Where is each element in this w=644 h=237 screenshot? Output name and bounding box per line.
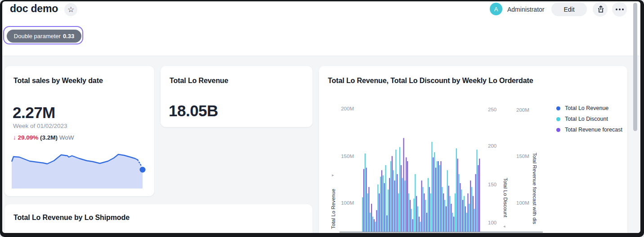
page-title: doc demo bbox=[10, 3, 58, 15]
y3-tick: 150M bbox=[516, 154, 529, 159]
y2-tick: 100 bbox=[488, 220, 496, 225]
sales-sparkline-chart[interactable] bbox=[12, 153, 145, 189]
x-axis-line bbox=[340, 232, 543, 233]
card-total-sales: Total sales by Weekly date 2.27M Week of… bbox=[4, 66, 154, 196]
y1-tick: 100M bbox=[340, 200, 354, 206]
legend-dot-cyan bbox=[556, 117, 560, 121]
legend-dot-purple bbox=[556, 128, 560, 132]
kpi-change: ↓ 29.09% (3.2M) WoW bbox=[13, 134, 74, 141]
change-period: WoW bbox=[59, 134, 74, 141]
card-total-lo-revenue: Total Lo Revenue 18.05B bbox=[161, 66, 313, 127]
y1-tick: 200M bbox=[340, 106, 354, 111]
legend-item[interactable]: Total Lo Revenue bbox=[556, 103, 622, 114]
card-combo-chart: Total Lo Revenue, Total Lo Discount by W… bbox=[319, 66, 627, 233]
kpi-subtitle: Week of 01/02/2023 bbox=[13, 123, 67, 129]
y1-axis-label: Total Lo Revenue bbox=[331, 180, 336, 229]
y1-tick: 150M bbox=[340, 154, 354, 159]
legend-item[interactable]: Total Revenue forecast bbox=[556, 124, 622, 135]
axis-expand-right-icon[interactable]: ▸ bbox=[332, 173, 334, 177]
card-title: Total Lo Revenue bbox=[170, 77, 228, 85]
change-absolute: (3.2M) bbox=[40, 134, 58, 141]
card-title: Total Lo Revenue by Lo Shipmode bbox=[13, 214, 130, 222]
card-shipmode: Total Lo Revenue by Lo Shipmode bbox=[4, 204, 313, 233]
share-button[interactable] bbox=[593, 2, 608, 17]
vertical-scrollbar[interactable] bbox=[633, 3, 637, 131]
y3-tick: 100M bbox=[516, 200, 529, 206]
star-icon: ☆ bbox=[67, 5, 74, 14]
ellipsis-icon bbox=[616, 9, 617, 10]
combo-bar-chart[interactable] bbox=[362, 103, 480, 232]
y2-tick: 150 bbox=[488, 182, 496, 187]
kpi-value: 2.27M bbox=[13, 104, 55, 122]
kpi-value: 18.05B bbox=[169, 102, 218, 120]
parameter-value: 0.33 bbox=[63, 33, 74, 40]
y2-tick: 250 bbox=[488, 107, 496, 112]
app-window: doc demo ☆ A Administrator Edit Double p… bbox=[0, 0, 644, 237]
double-parameter-chip[interactable]: Double parameter 0.33 bbox=[3, 26, 83, 44]
more-menu-button[interactable] bbox=[612, 2, 627, 17]
change-percent: 29.09% bbox=[18, 134, 39, 141]
parameter-label: Double parameter bbox=[14, 33, 61, 40]
favorite-button[interactable]: ☆ bbox=[64, 3, 77, 16]
y3-axis-label: Total Revenue forecast with dis bbox=[532, 153, 537, 233]
y2-tick: 200 bbox=[488, 143, 496, 149]
user-name: Administrator bbox=[507, 6, 544, 13]
card-title: Total Lo Revenue, Total Lo Discount by W… bbox=[328, 77, 533, 85]
y3-tick: 200M bbox=[516, 107, 529, 113]
down-arrow-icon: ↓ bbox=[13, 134, 16, 141]
y2-axis-label: Total Lo Discount bbox=[503, 178, 508, 225]
avatar[interactable]: A bbox=[490, 3, 502, 15]
axis-expand-left-icon[interactable]: ◂ bbox=[503, 224, 505, 228]
share-icon bbox=[597, 5, 604, 13]
card-title: Total sales by Weekly date bbox=[13, 77, 103, 85]
avatar-initial: A bbox=[494, 6, 498, 13]
edit-button[interactable]: Edit bbox=[551, 2, 587, 16]
chart-legend: Total Lo Revenue Total Lo Discount Total… bbox=[556, 103, 622, 135]
legend-dot-blue bbox=[556, 106, 560, 110]
legend-item[interactable]: Total Lo Discount bbox=[556, 114, 622, 124]
